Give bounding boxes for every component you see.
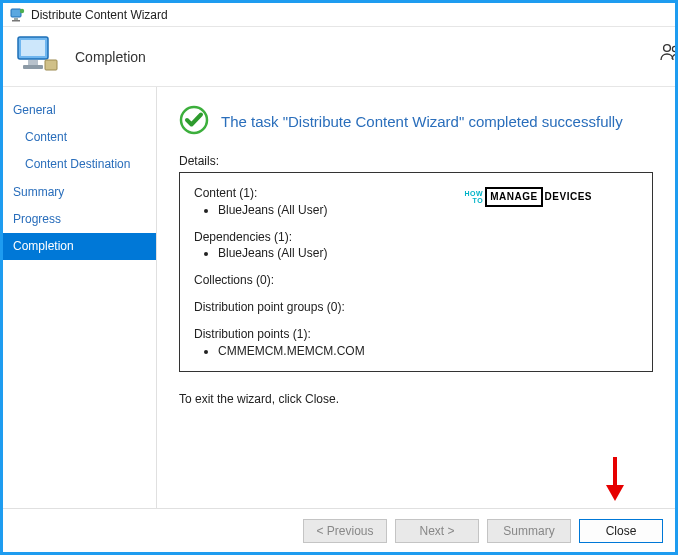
- svg-rect-1: [14, 18, 18, 20]
- details-dpoints: Distribution points (1): CMMEMCM.MEMCM.C…: [194, 326, 638, 360]
- svg-rect-2: [12, 20, 20, 22]
- sidebar-item-summary[interactable]: Summary: [3, 179, 156, 206]
- close-button[interactable]: Close: [579, 519, 663, 543]
- wizard-footer: < Previous Next > Summary Close: [3, 508, 675, 552]
- details-dpoints-header: Distribution points (1):: [194, 326, 638, 343]
- svg-rect-7: [23, 65, 43, 69]
- computer-icon: [15, 34, 61, 79]
- wizard-header: Completion: [3, 27, 675, 87]
- details-dependencies-header: Dependencies (1):: [194, 229, 638, 246]
- details-dpoints-item: CMMEMCM.MEMCM.COM: [218, 343, 638, 360]
- sidebar-item-general[interactable]: General: [3, 97, 156, 124]
- page-title: Completion: [75, 49, 146, 65]
- svg-point-9: [664, 45, 671, 52]
- details-dependencies: Dependencies (1): BlueJeans (All User): [194, 229, 638, 263]
- app-icon: [9, 7, 25, 23]
- previous-button: < Previous: [303, 519, 387, 543]
- status-message: The task "Distribute Content Wizard" com…: [221, 113, 623, 130]
- wizard-sidebar: General Content Content Destination Summ…: [3, 87, 157, 508]
- svg-rect-8: [45, 60, 57, 70]
- titlebar: Distribute Content Wizard: [3, 3, 675, 27]
- exit-instruction: To exit the wizard, click Close.: [179, 392, 653, 406]
- status-row: The task "Distribute Content Wizard" com…: [179, 105, 653, 138]
- users-icon: [659, 41, 675, 66]
- wizard-main: The task "Distribute Content Wizard" com…: [157, 87, 675, 508]
- wizard-body: General Content Content Destination Summ…: [3, 87, 675, 508]
- details-collections: Collections (0):: [194, 272, 638, 289]
- details-collections-header: Collections (0):: [194, 272, 638, 289]
- sidebar-item-content-destination[interactable]: Content Destination: [3, 151, 156, 178]
- svg-point-10: [672, 46, 675, 51]
- svg-point-3: [20, 8, 24, 12]
- next-button: Next >: [395, 519, 479, 543]
- details-dpgroups: Distribution point groups (0):: [194, 299, 638, 316]
- details-box: HOWTO MANAGE DEVICES Content (1): BlueJe…: [179, 172, 653, 372]
- sidebar-item-progress[interactable]: Progress: [3, 206, 156, 233]
- sidebar-item-completion[interactable]: Completion: [3, 233, 156, 260]
- details-dpgroups-header: Distribution point groups (0):: [194, 299, 638, 316]
- summary-button: Summary: [487, 519, 571, 543]
- watermark: HOWTO MANAGE DEVICES: [465, 187, 592, 207]
- svg-rect-0: [11, 9, 21, 17]
- success-check-icon: [179, 105, 209, 138]
- svg-rect-5: [21, 40, 45, 56]
- svg-rect-6: [28, 60, 38, 65]
- sidebar-item-content[interactable]: Content: [3, 124, 156, 151]
- details-dependencies-item: BlueJeans (All User): [218, 245, 638, 262]
- window-title: Distribute Content Wizard: [31, 8, 168, 22]
- details-label: Details:: [179, 154, 653, 168]
